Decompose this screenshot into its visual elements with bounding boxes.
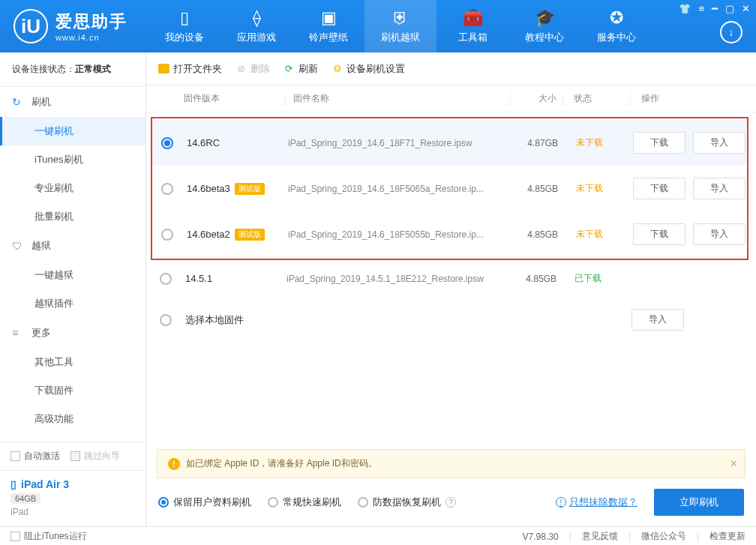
firmware-size: 4.85GB (513, 184, 566, 194)
device-capacity: 64GB (10, 493, 40, 504)
download-button[interactable]: ↓ (720, 21, 742, 43)
sidebar-group-flash[interactable]: ↻刷机 (0, 87, 146, 117)
version-label: V7.98.30 (523, 532, 559, 542)
local-firmware-label: 选择本地固件 (185, 313, 244, 327)
row-radio[interactable] (161, 229, 173, 241)
firmware-name: iPad_Spring_2019_14.6_18F71_Restore.ipsw (288, 138, 513, 148)
table-row[interactable]: 14.6beta2测试版iPad_Spring_2019_14.6_18F505… (152, 211, 747, 257)
minimize-icon[interactable]: ━ (712, 3, 718, 14)
sidebar-item-itunes-flash[interactable]: iTunes刷机 (0, 145, 146, 174)
row-radio[interactable] (161, 183, 173, 195)
import-button[interactable]: 导入 (693, 132, 746, 154)
check-update-link[interactable]: 检查更新 (710, 530, 746, 543)
download-button[interactable]: 下载 (633, 132, 686, 154)
flash-now-button[interactable]: 立即刷机 (654, 489, 744, 516)
col-op: 操作 (630, 92, 659, 105)
app-title: 爱思助手 (56, 10, 128, 33)
firmware-list: 14.6RCiPad_Spring_2019_14.6_18F71_Restor… (146, 112, 756, 449)
close-icon[interactable]: ✕ (742, 3, 750, 14)
menu-icon[interactable]: ≡ (698, 3, 704, 14)
nav-service[interactable]: ✪服务中心 (580, 0, 652, 52)
sidebar-group-more[interactable]: ≡更多 (0, 318, 146, 348)
notice-close-button[interactable]: × (730, 457, 737, 471)
mode-normal[interactable]: 常规快速刷机 (268, 496, 341, 509)
help-icon[interactable]: ? (446, 497, 456, 508)
firmware-version: 14.5.1 (185, 273, 212, 284)
mode-anti-recovery[interactable]: 防数据恢复刷机? (358, 496, 456, 509)
open-folder-button[interactable]: 打开文件夹 (158, 62, 222, 76)
maximize-icon[interactable]: ▢ (725, 3, 734, 14)
local-firmware-row[interactable]: 选择本地固件导入 (151, 297, 748, 343)
sidebar-item-batch-flash[interactable]: 批量刷机 (0, 202, 146, 231)
firmware-version: 14.6beta3 (187, 183, 230, 194)
refresh-button[interactable]: ⟳刷新 (284, 62, 318, 76)
skip-guide-checkbox[interactable]: 跳过向导 (70, 450, 120, 463)
app-subtitle: www.i4.cn (56, 33, 128, 42)
nav-toolbox[interactable]: 🧰工具箱 (436, 0, 508, 52)
firmware-status: 未下载 (566, 136, 633, 149)
nav-apps[interactable]: ⟠应用游戏 (220, 0, 292, 52)
row-radio[interactable] (161, 137, 173, 149)
firmware-size: 4.85GB (513, 229, 566, 240)
firmware-size: 4.87GB (513, 138, 566, 148)
block-itunes-checkbox[interactable]: 阻止iTunes运行 (10, 530, 87, 543)
table-row[interactable]: 14.5.1iPad_Spring_2019_14.5.1_18E212_Res… (151, 260, 748, 297)
sidebar-item-oneclick-jb[interactable]: 一键越狱 (0, 261, 146, 289)
connection-status: 设备连接状态：正常模式 (0, 52, 146, 87)
sidebar-group-jailbreak[interactable]: 🛡越狱 (0, 231, 146, 261)
firmware-size: 4.85GB (512, 274, 564, 284)
auto-activate-checkbox[interactable]: 自动激活 (10, 450, 60, 463)
skin-icon[interactable]: 👕 (679, 3, 691, 14)
erase-only-link[interactable]: !只想抹除数据？ (556, 496, 638, 509)
window-controls: 👕 ≡ ━ ▢ ✕ (679, 3, 750, 14)
toolbar: 打开文件夹 ⊘删除 ⟳刷新 ⚙设备刷机设置 (146, 52, 756, 85)
device-type: iPad (10, 507, 135, 517)
firmware-version: 14.6RC (187, 137, 220, 148)
beta-badge: 测试版 (235, 229, 265, 241)
sidebar-item-jb-plugins[interactable]: 越狱插件 (0, 289, 146, 318)
sidebar-item-oneclick-flash[interactable]: 一键刷机 (0, 117, 146, 145)
ipad-icon: ▯ (10, 478, 16, 490)
mode-keep-data[interactable]: 保留用户资料刷机 (158, 496, 251, 509)
firmware-status: 未下载 (566, 182, 633, 195)
flash-icon: ↻ (12, 96, 26, 108)
nav-flash[interactable]: ⛨刷机越狱 (364, 0, 436, 52)
sidebar-item-pro-flash[interactable]: 专业刷机 (0, 174, 146, 202)
download-button[interactable]: 下载 (633, 223, 686, 245)
feedback-link[interactable]: 意见反馈 (582, 530, 618, 543)
download-button[interactable]: 下载 (633, 178, 686, 199)
wechat-link[interactable]: 微信公众号 (641, 530, 686, 543)
nav-tutorials[interactable]: 🎓教程中心 (508, 0, 580, 52)
settings-button[interactable]: ⚙设备刷机设置 (332, 62, 405, 76)
sidebar-item-other-tools[interactable]: 其他工具 (0, 348, 146, 376)
status-bar: 阻止iTunes运行 V7.98.30| 意见反馈| 微信公众号| 检查更新 (0, 526, 756, 545)
table-header: 固件版本 固件名称 大小 状态 操作 (146, 85, 756, 112)
device-info[interactable]: ▯iPad Air 3 64GB iPad (0, 470, 146, 526)
main-panel: 打开文件夹 ⊘删除 ⟳刷新 ⚙设备刷机设置 固件版本 固件名称 大小 状态 操作… (146, 52, 756, 526)
sidebar-item-download-fw[interactable]: 下载固件 (0, 376, 146, 405)
refresh-icon: ⟳ (284, 63, 295, 74)
table-row[interactable]: 14.6beta3测试版iPad_Spring_2019_14.6_18F506… (152, 166, 747, 211)
sidebar-item-advanced[interactable]: 高级功能 (0, 405, 146, 433)
col-size: 大小 (510, 92, 562, 105)
shield-icon: ⛨ (392, 8, 409, 28)
import-button[interactable]: 导入 (693, 223, 746, 245)
table-row[interactable]: 14.6RCiPad_Spring_2019_14.6_18F71_Restor… (152, 120, 747, 166)
delete-button[interactable]: ⊘删除 (236, 62, 270, 76)
nav-ringtones[interactable]: ▣铃声壁纸 (292, 0, 364, 52)
hat-icon: 🎓 (535, 8, 555, 28)
row-radio[interactable] (160, 314, 172, 326)
import-button[interactable]: 导入 (632, 309, 684, 331)
info-icon: ! (556, 497, 566, 508)
import-button[interactable]: 导入 (693, 178, 746, 199)
phone-icon: ▯ (180, 8, 189, 28)
row-radio[interactable] (160, 273, 172, 285)
picture-icon: ▣ (321, 8, 337, 28)
nav-my-device[interactable]: ▯我的设备 (148, 0, 220, 52)
col-status: 状态 (562, 92, 630, 105)
app-logo: iU 爱思助手 www.i4.cn (0, 9, 141, 43)
apple-id-notice: ! 如已绑定 Apple ID，请准备好 Apple ID和密码。 × (157, 449, 746, 478)
gear-icon: ⚙ (332, 63, 343, 74)
top-nav: ▯我的设备 ⟠应用游戏 ▣铃声壁纸 ⛨刷机越狱 🧰工具箱 🎓教程中心 ✪服务中心 (148, 0, 652, 52)
firmware-name: iPad_Spring_2019_14.5.1_18E212_Restore.i… (286, 274, 512, 284)
